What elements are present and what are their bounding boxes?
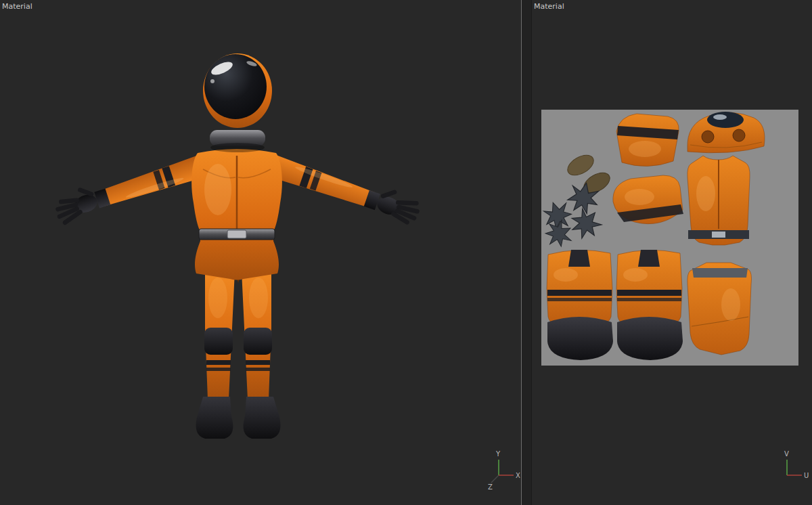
z-axis-label: Z — [488, 483, 493, 491]
astronaut-leg-right — [242, 269, 281, 439]
uv-island-torso-back — [687, 263, 752, 355]
u-axis-label: U — [804, 472, 809, 479]
astronaut-torso — [191, 149, 282, 280]
viewport-splitter[interactable] — [521, 0, 532, 505]
uv-islands — [541, 110, 798, 366]
axis-gizmo-uv: V U — [770, 447, 811, 491]
viewport-3d[interactable]: Material — [0, 0, 521, 505]
uv-island-leg-left — [547, 250, 613, 360]
astronaut-leg-left — [196, 269, 235, 439]
uv-island-sleeve-upper — [616, 114, 679, 167]
astronaut-helmet — [203, 53, 272, 152]
astronaut-model[interactable] — [0, 0, 521, 505]
y-axis-label: Y — [495, 450, 501, 458]
uv-island-torso-front — [687, 156, 750, 245]
x-axis-label: X — [516, 472, 520, 479]
viewport-uv-label: Material — [534, 3, 564, 11]
v-axis-label: V — [784, 450, 789, 458]
astronaut-arm-right — [267, 151, 420, 226]
uv-island-sleeve-lower — [613, 175, 683, 224]
viewport-uv[interactable]: Material — [532, 0, 812, 505]
uv-texture-canvas[interactable] — [541, 110, 798, 366]
astronaut-arm-left — [53, 151, 208, 223]
axis-gizmo-3d: Y X Z — [482, 447, 522, 491]
z-axis-icon — [491, 475, 499, 483]
uv-island-soles — [564, 151, 613, 197]
uv-island-leg-right — [616, 250, 683, 360]
viewport-3d-label: Material — [2, 3, 32, 11]
uv-island-helmet — [687, 112, 765, 153]
